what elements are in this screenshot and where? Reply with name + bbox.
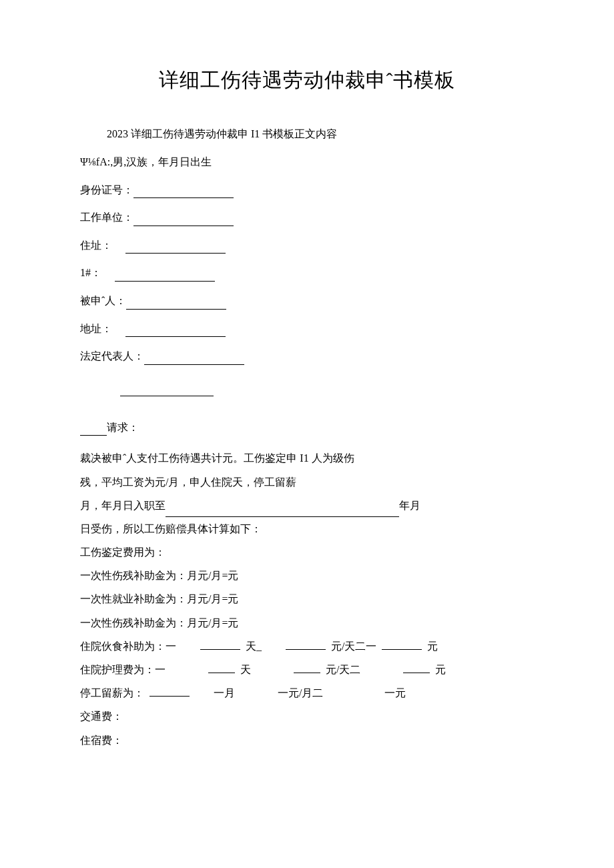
body-paragraph: 日受伤，所以工伤赔偿具体计算如下： bbox=[80, 517, 534, 540]
blank-underline bbox=[403, 663, 430, 673]
blank-underline bbox=[294, 663, 320, 673]
field-respondent: 被申ˆ人： bbox=[80, 292, 534, 310]
applicant-info-line: Ψ⅛fA:,男,汉族，年月日出生 bbox=[80, 153, 534, 171]
calc-label: 住院护理费为：一 bbox=[80, 658, 166, 681]
blank-underline bbox=[200, 639, 240, 650]
document-subtitle: 2023 详细工伤待遇劳动仲裁申 I1 书模板正文内容 bbox=[107, 127, 534, 141]
field-phone: 1#： bbox=[80, 264, 534, 282]
calc-unit: 天_ bbox=[246, 634, 262, 658]
field-work-unit: 工作单位： bbox=[80, 209, 534, 226]
calc-unit: 元/天二一 bbox=[331, 634, 376, 658]
body-text-span: 年月 bbox=[399, 500, 420, 511]
calc-line: 一次性就业补助金为：月元/月=元 bbox=[80, 587, 534, 610]
body-paragraph: 残，平均工资为元/月，申人住院天，停工留薪 bbox=[80, 470, 534, 494]
request-label-line: 请求： bbox=[80, 419, 534, 436]
blank-underline bbox=[166, 506, 399, 517]
field-label: 工作单位： bbox=[80, 211, 133, 223]
calc-label: 住院伙食补助为：一 bbox=[80, 634, 176, 658]
calc-unit: 天 bbox=[240, 658, 251, 681]
body-paragraph: 裁决被申ˆ人支付工伤待遇共计元。工伤鉴定申 I1 人为级伤 bbox=[80, 446, 534, 470]
calc-line-leave-pay: 停工留薪为： 一月 一元/月二 一元 bbox=[80, 681, 534, 705]
calc-label: 停工留薪为： bbox=[80, 681, 144, 705]
field-label: 被申ˆ人： bbox=[80, 295, 126, 306]
document-page: 详细工伤待遇劳动仲裁申ˆ书模板 2023 详细工伤待遇劳动仲裁申 I1 书模板正… bbox=[0, 0, 614, 792]
field-label: 地址： bbox=[80, 323, 112, 334]
blank-underline bbox=[125, 326, 226, 337]
field-label: 住址： bbox=[80, 240, 112, 251]
calc-line-lodging: 住宿费： bbox=[80, 729, 534, 752]
calc-unit: 元 bbox=[435, 658, 446, 681]
calc-line: 一次性伤残补助金为：月元/月=元 bbox=[80, 564, 534, 587]
calc-unit: 元/天二 bbox=[326, 658, 360, 681]
blank-underline bbox=[382, 639, 422, 650]
calc-unit: 元 bbox=[427, 634, 438, 658]
blank-underline bbox=[149, 686, 190, 697]
separator-line bbox=[80, 376, 534, 412]
blank-underline bbox=[126, 299, 226, 310]
blank-underline bbox=[80, 425, 107, 436]
calc-line: 工伤鉴定费用为： bbox=[80, 540, 534, 564]
calc-line-transport: 交通费： bbox=[80, 705, 534, 728]
blank-underline bbox=[133, 215, 234, 226]
field-id-card: 身份证号： bbox=[80, 181, 534, 199]
request-label: 请求： bbox=[107, 422, 139, 433]
calc-line-hospital-care: 住院护理费为：一 天 元/天二 元 bbox=[80, 658, 534, 681]
field-address: 住址： bbox=[80, 237, 534, 254]
body-paragraph: 月，年月日入职至年月 bbox=[80, 494, 534, 517]
body-text-span: 月，年月日入职至 bbox=[80, 500, 166, 511]
field-legal-rep: 法定代表人： bbox=[80, 348, 534, 365]
blank-underline bbox=[133, 187, 234, 198]
field-respondent-address: 地址： bbox=[80, 320, 534, 338]
field-label: 身份证号： bbox=[80, 184, 133, 195]
field-label: 法定代表人： bbox=[80, 350, 144, 362]
blank-underline bbox=[125, 243, 226, 254]
calc-unit: 一月 bbox=[214, 681, 235, 705]
calc-unit: 一元/月二 bbox=[278, 681, 323, 705]
blank-underline bbox=[208, 663, 235, 673]
field-label: 1#： bbox=[80, 267, 101, 278]
calc-unit: 一元 bbox=[384, 681, 406, 705]
blank-underline bbox=[144, 354, 244, 365]
document-title: 详细工伤待遇劳动仲裁申ˆ书模板 bbox=[80, 67, 534, 94]
blank-underline bbox=[286, 639, 326, 650]
calc-line: 一次性伤残补助金为：月元/月=元 bbox=[80, 611, 534, 634]
calc-line-hospital-food: 住院伙食补助为：一 天_ 元/天二一 元 bbox=[80, 634, 534, 658]
blank-underline bbox=[115, 271, 215, 282]
request-body: 裁决被申ˆ人支付工伤待遇共计元。工伤鉴定申 I1 人为级伤 残，平均工资为元/月… bbox=[80, 446, 534, 751]
